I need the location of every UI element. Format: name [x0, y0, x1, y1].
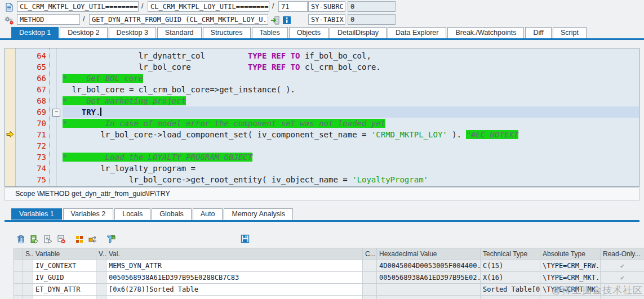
code-line[interactable] [63, 140, 639, 151]
value-cell[interactable]: [0x6(278)]Sorted Table [106, 284, 363, 296]
sy-tabix-label-field[interactable]: SY-TABIX [308, 14, 345, 25]
row-mark-cell[interactable] [14, 296, 23, 299]
column-header-v-[interactable]: V... [96, 248, 106, 260]
fold-row: − [50, 106, 63, 118]
column-header-blank[interactable] [14, 248, 23, 260]
tab-data-explorer[interactable]: Data Explorer [388, 27, 446, 38]
line-number[interactable]: 74 [16, 163, 50, 174]
tab-script[interactable]: Script [553, 27, 587, 38]
fold-row [50, 84, 63, 95]
line-number-gutter[interactable]: 646566676869707172737475 [16, 48, 50, 186]
class-field[interactable]: CL_CRM_MKTPL_LOY_UTIL========... [17, 1, 139, 12]
tab-diff[interactable]: Diff [525, 27, 552, 38]
line-number[interactable]: 68 [16, 95, 50, 106]
code-line[interactable]: lr_loyalty_program = [63, 163, 639, 174]
row-mark-cell[interactable] [14, 284, 23, 296]
line-number[interactable]: 71 [16, 129, 50, 140]
tab-desktop-1[interactable]: Desktop 1 [11, 27, 59, 38]
variable-cell[interactable]: IV_GUID [33, 272, 96, 284]
breakpoint-margin[interactable] [5, 48, 16, 186]
tab-detaildisplay[interactable]: DetailDisplay [330, 27, 387, 38]
tab-standard[interactable]: Standard [157, 27, 202, 38]
line-number-field[interactable]: 71 [278, 1, 308, 12]
scope-cell [23, 296, 33, 299]
row-mark-cell[interactable] [14, 272, 23, 284]
code-line[interactable]: TRY. [63, 106, 639, 118]
code-line[interactable]: lr_bol_core = cl_crm_bol_core=>get_insta… [63, 84, 639, 95]
variables-toolbar [15, 233, 118, 246]
tab-memory-analysis[interactable]: Memory Analysis [224, 208, 292, 220]
absolute-type-cell: \TYPE=CRM_MKT... [540, 272, 601, 284]
include-field[interactable]: CL_CRM_MKTPL_LOY_UTIL========... [148, 1, 269, 12]
row-mark-cell[interactable] [14, 260, 23, 272]
code-line[interactable]: lr_bol_core->get_root_entity( iv_object_… [63, 174, 639, 185]
column-header-val-[interactable]: Val. [106, 248, 363, 260]
code-line[interactable]: * Load the LOYALTY PROGRAM OBJECT [63, 151, 639, 163]
line-number[interactable]: 72 [16, 140, 50, 151]
tab-break-watchpoints[interactable]: Break./Watchpoints [447, 27, 524, 38]
sy-tabix-value-field[interactable]: 0 [348, 14, 396, 25]
tab-variables-1[interactable]: Variables 1 [11, 208, 62, 220]
tab-variables-2[interactable]: Variables 2 [63, 208, 114, 220]
info-icon[interactable] [281, 15, 292, 25]
line-number[interactable]: 66 [16, 73, 50, 84]
filter-icon[interactable] [105, 233, 117, 246]
column-header-hexadecimal-value[interactable]: Hexadecimal Value [377, 248, 481, 260]
tab-tables[interactable]: Tables [252, 27, 288, 38]
code-text: lr_bol_core [63, 63, 248, 72]
code-text: lr_loyalty_program = [63, 164, 196, 173]
technical-type-cell: C(15) [481, 260, 540, 272]
variable-cell[interactable]: IV_CONTEXT [33, 260, 96, 272]
tab-globals[interactable]: Globals [152, 208, 191, 220]
code-editor[interactable]: lr_dynattr_col TYPE REF TO if_bol_bo_col… [63, 48, 639, 186]
sy-subrc-value-field[interactable]: 0 [348, 1, 396, 12]
value-cell[interactable] [106, 296, 363, 299]
delete-icon[interactable] [15, 233, 27, 246]
event-name-field[interactable]: GET_DYN_ATTR_FROM_GUID (CL_CRM_MKTPL_LOY… [89, 14, 268, 25]
line-number[interactable]: 73 [16, 151, 50, 163]
line-number[interactable]: 69 [16, 106, 50, 118]
tab-desktop-3[interactable]: Desktop 3 [109, 27, 156, 38]
remove-row-icon[interactable] [55, 233, 68, 246]
read-only-checkbox[interactable]: ✔ [601, 272, 644, 284]
line-number[interactable]: 64 [16, 50, 50, 61]
collapse-block-icon[interactable]: − [52, 109, 60, 117]
value-cell[interactable]: MEMS_DYN_ATTR [106, 260, 363, 272]
read-only-checkbox[interactable]: ✔ [601, 260, 644, 272]
sy-subrc-label-field[interactable]: SY-SUBRC [308, 1, 345, 12]
code-line[interactable]: * Get marketing project [63, 95, 639, 106]
insert-row-icon[interactable] [28, 233, 41, 246]
line-number[interactable]: 75 [16, 174, 50, 185]
compare-icon[interactable] [73, 233, 86, 246]
copy-row-icon[interactable] [42, 233, 54, 246]
tab-objects[interactable]: Objects [289, 27, 328, 38]
tab-structures[interactable]: Structures [203, 27, 251, 38]
desktop-tabstrip-underline [0, 38, 644, 40]
column-header-read-only-[interactable]: Read-Only... [601, 248, 644, 260]
tab-desktop-2[interactable]: Desktop 2 [60, 27, 107, 38]
tab-locals[interactable]: Locals [114, 208, 150, 220]
column-header-variable[interactable]: Variable [33, 248, 96, 260]
value-cell[interactable]: 0050568938A61ED397B95E0288CB7C83 [106, 272, 363, 284]
code-line[interactable]: * In case of model error the component s… [63, 118, 639, 129]
code-text: if_bol_bo_col, [300, 51, 371, 60]
save-layout-button[interactable] [239, 233, 251, 245]
line-number[interactable]: 70 [16, 118, 50, 129]
column-header-c-[interactable]: C... [363, 248, 377, 260]
line-number[interactable]: 65 [16, 61, 50, 73]
column-header-technical-type[interactable]: Technical Type [481, 248, 540, 260]
event-kind-field[interactable]: METHOD [17, 14, 80, 25]
goto-statement-icon[interactable] [270, 15, 281, 25]
variable-cell[interactable]: ET_DYN_ATTR [33, 284, 96, 296]
code-line[interactable]: lr_bol_core->load_component_set( iv_comp… [63, 129, 639, 140]
code-line[interactable]: lr_bol_core TYPE REF TO cl_crm_bol_core. [63, 61, 639, 73]
swap-icon[interactable] [87, 233, 99, 246]
column-header-s-[interactable]: S... [23, 248, 33, 260]
code-line[interactable]: lr_dynattr_col TYPE REF TO if_bol_bo_col… [63, 50, 639, 61]
comment-text: "#EC NOTEXT [466, 130, 518, 139]
code-line[interactable]: * Get BOL core [63, 73, 639, 84]
variable-cell[interactable] [33, 296, 96, 299]
tab-auto[interactable]: Auto [193, 208, 223, 220]
column-header-absolute-type[interactable]: Absolute Type [540, 248, 601, 260]
line-number[interactable]: 67 [16, 84, 50, 95]
